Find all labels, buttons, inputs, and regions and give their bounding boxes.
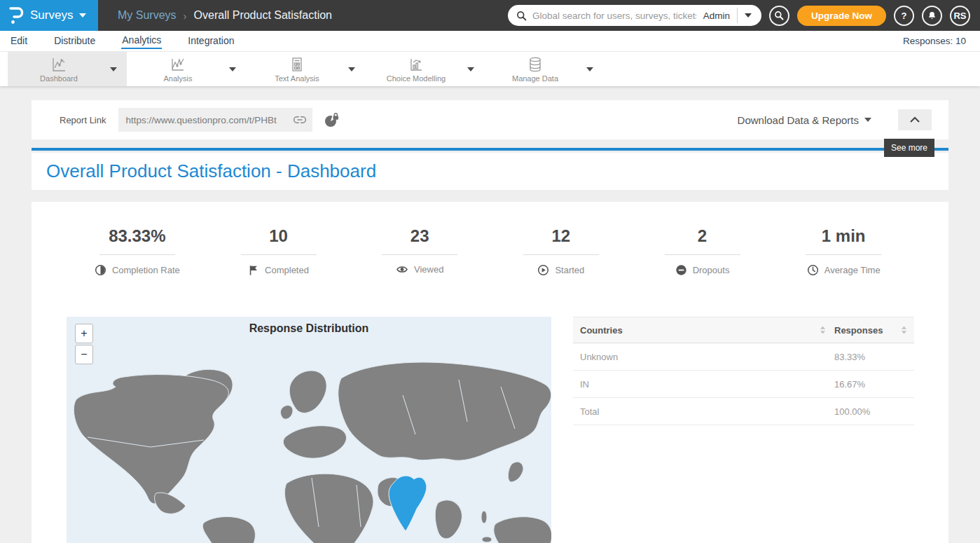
collapse-toolbar-button[interactable] xyxy=(898,109,932,130)
manage-data-tool: Manage Data xyxy=(484,56,586,83)
download-data-reports-dropdown[interactable]: Download Data & Reports xyxy=(738,114,859,126)
uk-shape xyxy=(280,406,293,420)
global-search-input[interactable] xyxy=(532,11,696,21)
responses-counter: Responses: 10 xyxy=(903,36,970,46)
eye-icon xyxy=(396,264,408,275)
clock-icon xyxy=(807,264,819,276)
search-scope: Admin xyxy=(696,8,759,23)
advanced-search-button[interactable] xyxy=(769,6,789,26)
choice-modelling-icon xyxy=(408,56,425,73)
stat-average-time: 1 min Average Time xyxy=(773,226,914,317)
southeast-asia-shape xyxy=(435,500,462,539)
toolbar-item-label: Analysis xyxy=(164,74,193,83)
stat-value: 2 xyxy=(698,226,707,247)
see-more-tooltip: See more xyxy=(884,139,934,157)
notifications-button[interactable] xyxy=(922,6,942,26)
column-label: Countries xyxy=(580,325,623,336)
report-bar-actions: Download Data & Reports xyxy=(738,109,932,130)
europe-shape xyxy=(283,426,346,458)
stat-value: 1 min xyxy=(822,226,866,247)
download-caret-icon[interactable] xyxy=(864,118,871,122)
chevron-up-icon xyxy=(909,116,920,123)
dashboard-caret-icon[interactable] xyxy=(110,67,127,71)
country-cell: Total xyxy=(580,406,834,417)
bell-icon xyxy=(927,11,937,21)
toolbar-item-dashboard[interactable]: Dashboard xyxy=(8,52,127,86)
stat-divider xyxy=(806,254,881,255)
breadcrumb-my-surveys[interactable]: My Surveys xyxy=(118,9,177,22)
island-shape xyxy=(482,537,492,542)
toolbar-item-label: Dashboard xyxy=(40,74,78,83)
breadcrumb: My Surveys › Overall Product Satisfactio… xyxy=(118,9,332,22)
toolbar-item-text-analysis[interactable]: Text Analysis xyxy=(246,52,365,86)
breadcrumb-current-survey: Overall Product Satisfaction xyxy=(194,9,332,22)
database-icon xyxy=(527,56,544,73)
report-link-bar: Report Link https://www.questionpro.com/… xyxy=(32,100,948,139)
map-zoom-out-button[interactable]: − xyxy=(75,345,93,364)
secure-report-icon[interactable] xyxy=(324,112,340,128)
topbar-actions: Admin Upgrade Now ? RS xyxy=(508,5,980,26)
asia-shape xyxy=(338,362,551,460)
manage-data-caret-icon[interactable] xyxy=(586,67,603,71)
search-scope-selected[interactable]: Admin xyxy=(696,11,737,21)
stat-label: Average Time xyxy=(824,265,881,275)
choice-modelling-caret-icon[interactable] xyxy=(467,67,484,71)
upgrade-now-button[interactable]: Upgrade Now xyxy=(797,6,886,26)
north-america-shape xyxy=(74,375,228,504)
india-highlighted-shape[interactable] xyxy=(389,476,427,531)
analytics-toolbar: Dashboard Analysis Text Analysis xyxy=(0,52,980,86)
stat-value: 12 xyxy=(552,226,571,247)
analysis-caret-icon[interactable] xyxy=(229,67,246,71)
stat-divider xyxy=(99,254,175,255)
help-button[interactable]: ? xyxy=(894,6,914,26)
report-url-field[interactable]: https://www.questionpro.com/t/PHBt xyxy=(118,108,312,132)
tab-distribute[interactable]: Distribute xyxy=(53,34,96,48)
page-title: Overall Product Satisfaction - Dashboard xyxy=(46,160,376,182)
toolbar-item-label: Manage Data xyxy=(512,74,558,83)
toolbar-item-choice-modelling[interactable]: Choice Modelling xyxy=(365,52,484,86)
search-icon xyxy=(774,11,784,20)
column-header-countries[interactable]: Countries xyxy=(580,325,834,336)
questionpro-logo xyxy=(8,5,24,26)
map-zoom-in-button[interactable]: + xyxy=(75,324,93,343)
stat-label-row: Dropouts xyxy=(675,264,730,276)
tab-edit[interactable]: Edit xyxy=(10,34,28,48)
stat-completion-rate: 83.33% Completion Rate xyxy=(67,226,208,317)
blue-divider xyxy=(32,148,948,151)
stat-viewed: 23 Viewed xyxy=(349,226,490,317)
surveys-product-switcher[interactable]: Surveys xyxy=(0,0,98,31)
user-avatar[interactable]: RS xyxy=(950,6,970,26)
stat-divider xyxy=(665,254,740,255)
choice-modelling-tool: Choice Modelling xyxy=(365,56,467,83)
tab-analytics[interactable]: Analytics xyxy=(121,33,162,49)
text-analysis-caret-icon[interactable] xyxy=(348,67,365,71)
countries-table: Countries Responses Unknown 83.33% xyxy=(573,317,914,543)
tab-integration[interactable]: Integration xyxy=(187,34,235,48)
australia-shape xyxy=(494,517,551,543)
country-cell: Unknown xyxy=(580,352,834,362)
scandinavia-shape xyxy=(289,371,326,413)
link-icon[interactable] xyxy=(293,115,307,125)
text-analysis-tool: Text Analysis xyxy=(246,56,348,83)
column-header-responses[interactable]: Responses xyxy=(834,325,907,336)
analysis-chart-icon xyxy=(170,56,186,73)
response-distribution-map[interactable]: Response Distribution + − xyxy=(67,317,551,543)
toolbar-item-label: Choice Modelling xyxy=(387,74,446,83)
world-map[interactable] xyxy=(67,317,551,543)
survey-nav: Edit Distribute Analytics Integration Re… xyxy=(0,31,980,52)
stat-divider xyxy=(241,254,317,255)
toolbar-item-manage-data[interactable]: Manage Data xyxy=(484,52,603,86)
top-bar: Surveys My Surveys › Overall Product Sat… xyxy=(0,0,980,31)
search-scope-caret-icon[interactable] xyxy=(738,13,759,18)
question-mark-icon: ? xyxy=(902,11,907,21)
column-label: Responses xyxy=(834,325,883,336)
responses-cell: 100.00% xyxy=(834,406,907,417)
stat-divider xyxy=(382,254,457,255)
sort-icon[interactable] xyxy=(901,326,907,334)
dashboard-card: 83.33% Completion Rate 10 Completed xyxy=(32,202,948,543)
toolbar-item-analysis[interactable]: Analysis xyxy=(127,52,246,86)
south-america-shape xyxy=(202,516,255,543)
table-row: Unknown 83.33% xyxy=(573,343,914,371)
sort-icon[interactable] xyxy=(820,326,826,334)
viz-row: Response Distribution + − xyxy=(67,317,914,543)
